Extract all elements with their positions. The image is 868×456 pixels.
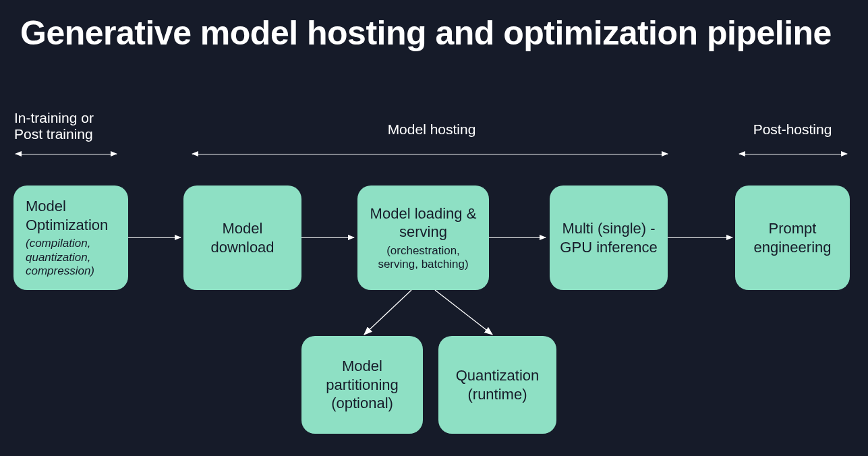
box-model-optimization: Model Optimization (compilation, quantiz… xyxy=(13,186,128,290)
box-subtitle: (compilation, quantization, compression) xyxy=(26,237,120,278)
box-title: Quantization (runtime) xyxy=(446,366,548,403)
range-arrow-mid xyxy=(192,154,668,154)
range-arrow-post xyxy=(739,154,847,154)
arrow-download-to-serving xyxy=(301,237,354,238)
phase-label-pre: In-training or Post training xyxy=(14,110,122,142)
arrow-opt-to-download xyxy=(128,237,181,238)
page-title: Generative model hosting and optimizatio… xyxy=(0,0,868,53)
phase-label-post: Post-hosting xyxy=(739,121,846,138)
box-prompt-engineering: Prompt engineering xyxy=(735,186,850,290)
box-title: Model download xyxy=(192,219,293,256)
box-title: Multi (single) - GPU inference xyxy=(558,219,660,256)
box-model-download: Model download xyxy=(183,186,301,290)
box-model-partitioning: Model partitioning (optional) xyxy=(301,336,423,434)
phase-label-mid: Model hosting xyxy=(351,121,513,138)
box-title: Prompt engineering xyxy=(743,219,842,256)
svg-line-0 xyxy=(364,290,411,335)
box-gpu-inference: Multi (single) - GPU inference xyxy=(550,186,668,290)
box-title: Model partitioning (optional) xyxy=(310,357,415,413)
box-quantization-runtime: Quantization (runtime) xyxy=(438,336,556,434)
arrow-gpu-to-prompt xyxy=(668,237,732,238)
box-title: Model loading & serving xyxy=(366,204,481,241)
range-arrow-pre xyxy=(16,154,117,154)
box-model-serving: Model loading & serving (orchestration, … xyxy=(357,186,489,290)
svg-line-1 xyxy=(435,290,492,335)
box-title: Model Optimization xyxy=(26,197,120,234)
box-subtitle: (orchestration, serving, batching) xyxy=(366,244,481,272)
arrow-serving-to-gpu xyxy=(489,237,546,238)
